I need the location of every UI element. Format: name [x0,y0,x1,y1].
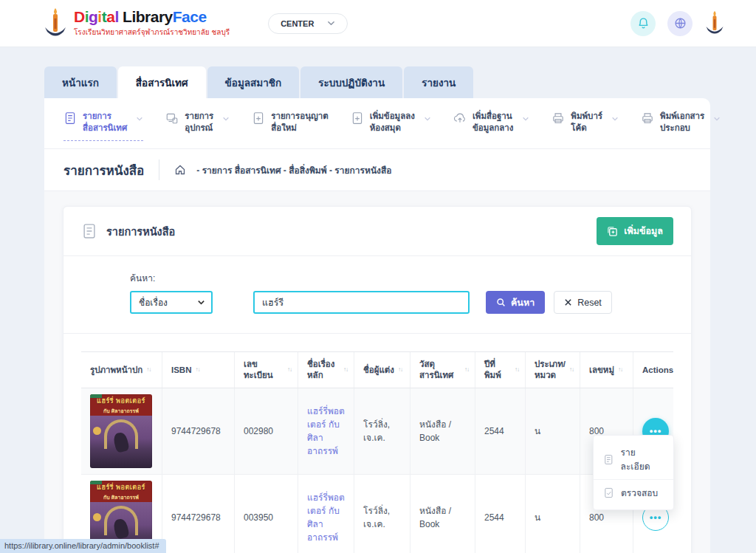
tab-operations[interactable]: ระบบปฏิบัติงาน [300,66,402,98]
search-label: ค้นหา: [130,271,673,285]
menu-item-label: ตรวจสอบ [621,486,658,500]
book-cover-image[interactable]: แฮร์รี่ พอตเตอร์ กับ ศิลาอาถรรพ์ [90,394,152,468]
card-title: รายการหนังสือ [106,223,175,240]
chevron-down-icon [611,115,619,123]
subnav-print-documents[interactable]: พิมพ์เอกสารประกอบ [641,111,721,140]
brand-face: Face [173,8,207,25]
home-icon[interactable] [174,164,186,176]
subnav-label: พิมพ์เอกสาร [660,111,704,123]
subnav-new-media-approval[interactable]: รายการอนุญาตสื่อใหม่ [252,111,328,140]
sort-icon[interactable]: ↑↓ [195,366,199,374]
main-tabs: หน้าแรก สื่อสารนิเทศ ข้อมูลสมาชิก ระบบปฏ… [44,66,756,98]
cell-material: หนังสือ / Book [410,388,475,474]
sort-icon[interactable]: ↑↓ [146,366,151,374]
sort-icon[interactable]: ↑↓ [343,366,348,374]
card-header: รายการหนังสือ เพิ่มข้อมูล [63,207,691,256]
printer-icon [551,111,565,125]
search-button-label: ค้นหา [511,295,535,310]
chevron-down-icon [136,115,143,123]
language-button[interactable] [667,11,693,36]
col-header-author[interactable]: ชื่อผู้แต่ง↑↓ [354,352,410,388]
cell-regno: 003950 [235,475,298,553]
subnav-equipment-list[interactable]: รายการอุปกรณ์ [165,111,230,140]
cell-isbn: 9744729678 [162,475,235,553]
cell-year: 2544 [475,388,526,474]
col-header-title[interactable]: ชื่อเรื่องหลัก↑↓ [298,352,354,388]
row-actions-menu: รายละเอียด ตรวจสอบ [593,435,674,510]
cell-cover: แฮร์รี่ พอตเตอร์ กับ ศิลาอาถรรพ์ [81,388,162,474]
sort-icon[interactable]: ↑↓ [618,366,622,374]
cell-category: น [526,475,580,553]
tab-members[interactable]: ข้อมูลสมาชิก [207,66,300,98]
subnav-label: รายการ [83,111,127,123]
cell-author: โรว์ลิ่ง, เจ.เค. [354,475,410,553]
brand-subtitle: โรงเรียนวิทยาศาสตร์จุฬาภรณ์ราชวิทยาลัย ช… [74,27,230,38]
search-field-value: ชื่อเรื่อง [139,295,168,309]
brand-letter: l [114,8,118,25]
col-header-regno[interactable]: เลขทะเบียน↑↓ [235,352,298,388]
search-button[interactable]: ค้นหา [486,291,545,314]
add-data-label: เพิ่มข้อมูล [624,224,663,238]
search-field-select[interactable]: ชื่อเรื่อง [130,291,213,314]
reset-button[interactable]: Reset [554,291,612,314]
cover-decoration [93,427,101,435]
table-row: แฮร์รี่ พอตเตอร์ กับ ศิลาอาถรรพ์ 9744729… [81,388,673,475]
brand-library: Library [123,8,173,25]
document-icon [63,111,77,125]
subnav-label: อุปกรณ์ [185,123,213,134]
tab-reports[interactable]: รายงาน [404,66,473,98]
col-header-isbn[interactable]: ISBN↑↓ [162,352,235,388]
tab-home[interactable]: หน้าแรก [44,66,117,98]
menu-item-details[interactable]: รายละเอียด [594,439,673,479]
add-data-button[interactable]: เพิ่มข้อมูล [597,217,673,245]
header-actions [630,10,725,37]
cover-subtitle: กับ ศิลาอาถรรพ์ [90,494,152,502]
subnav-add-to-library[interactable]: เพิ่มข้อมูลลงห้องสมุด [351,111,431,140]
chevron-down-icon [197,298,205,306]
subnav-label: ประกอบ [660,123,704,134]
cell-author: โรว์ลิ่ง, เจ.เค. [354,388,410,474]
brand-letter: a [106,8,114,25]
sort-icon[interactable]: ↑↓ [569,366,574,374]
col-header-cover[interactable]: รูปภาพหน้าปก↑↓ [81,352,162,388]
cover-subtitle: กับ ศิลาอาถรรพ์ [90,408,152,416]
brand-letter: D [74,8,85,25]
divider [159,159,159,180]
brand-text: Digital LibraryFace โรงเรียนวิทยาศาสตร์จ… [74,9,230,38]
sort-icon[interactable]: ↑↓ [464,366,469,374]
col-header-category[interactable]: ประเภท/หมวด↑↓ [526,352,580,388]
cell-year: 2544 [475,475,526,553]
col-header-material[interactable]: วัสดุสารนิเทศ↑↓ [410,352,475,388]
subnav-label: โค้ด [571,123,602,134]
sort-icon[interactable]: ↑↓ [398,366,402,374]
subnav-label: เพิ่มสื่อฐาน [472,111,513,123]
document-check-icon [603,487,614,498]
subnav-print-barcode[interactable]: พิมพ์บาร์โค้ด [551,111,619,140]
col-header-callno[interactable]: เลขหมู่↑↓ [580,352,633,388]
cell-title: แฮร์รี่พอตเตอร์ กับศิลาอาถรรพ์ [298,388,354,474]
notifications-button[interactable] [630,11,656,36]
cover-title: แฮร์รี่ พอตเตอร์ [90,483,152,493]
chevron-down-icon [424,115,431,123]
tab-media[interactable]: สื่อสารนิเทศ [118,66,206,98]
subnav-label: ข้อมูลกลาง [472,123,513,134]
breadcrumb[interactable]: - รายการ สื่อสารนิเทศ - สื่อสิ่งพิมพ์ - … [196,163,391,177]
table-header-row: รูปภาพหน้าปก↑↓ ISBN↑↓ เลขทะเบียน↑↓ ชื่อเ… [81,351,673,388]
chevron-down-icon [522,115,529,123]
devices-icon [165,111,179,125]
subnav-add-central-database[interactable]: เพิ่มสื่อฐานข้อมูลกลาง [453,111,529,140]
sort-icon[interactable]: ↑↓ [515,366,519,374]
sort-icon[interactable]: ↑↓ [287,366,292,374]
bell-icon [637,17,650,30]
center-dropdown-button[interactable]: CENTER [268,13,348,34]
menu-item-label: รายละเอียด [621,445,664,473]
book-title-link[interactable]: แฮร์รี่พอตเตอร์ กับศิลาอาถรรพ์ [307,405,348,458]
book-title-link[interactable]: แฮร์รี่พอตเตอร์ กับศิลาอาถรรพ์ [307,491,348,544]
document-add-icon [351,111,364,125]
search-input[interactable] [253,291,470,314]
subnav-media-list[interactable]: รายการสื่อสารนิเทศ [63,111,143,141]
col-header-year[interactable]: ปีที่พิมพ์↑↓ [475,352,526,388]
cloud-upload-icon [453,111,467,125]
menu-item-verify[interactable]: ตรวจสอบ [594,479,673,506]
profile-torch-icon[interactable] [704,10,725,37]
